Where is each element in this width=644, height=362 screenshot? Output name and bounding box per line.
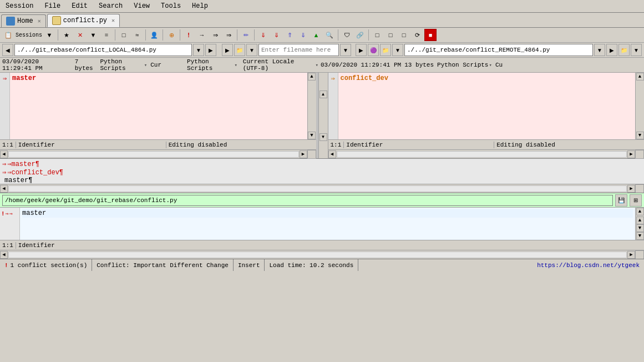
toolbar-btn-arrow-r3[interactable]: ⇒	[222, 29, 235, 41]
conflict-hscroll-left[interactable]: ◀	[0, 185, 8, 193]
menu-file[interactable]: File	[41, 1, 64, 11]
toolbar-btn-square[interactable]: □	[118, 29, 130, 41]
filepath-left-input[interactable]	[14, 44, 192, 56]
filepath-center-dropdown[interactable]: ▼	[340, 44, 351, 56]
toolbar-btn-star[interactable]: ★	[60, 29, 73, 41]
center-btn-up[interactable]: ▲	[320, 90, 327, 98]
menu-session[interactable]: Session	[2, 1, 37, 11]
toolbar-btn-box2[interactable]: □	[384, 29, 397, 41]
left-vscrollbar[interactable]: ▲ ▼	[307, 73, 316, 139]
merge-expand-btn[interactable]: ⊞	[630, 194, 642, 207]
toolbar-btn-sessions[interactable]: 📋	[2, 29, 14, 41]
toolbar-btn-up-arr[interactable]: ⇑	[283, 29, 296, 41]
right-hscrollbar[interactable]: ◀ ▶	[328, 149, 645, 158]
url-label: https://blog.csdn.net/ytgeek	[537, 262, 640, 269]
toolbar-btn-approx[interactable]: ≈	[131, 29, 143, 41]
right-hscroll-left[interactable]: ◀	[328, 150, 336, 158]
toolbar-btn-cross[interactable]: ✕	[74, 29, 86, 41]
right-scroll-down[interactable]: ▼	[636, 132, 644, 139]
toolbar-btn-arrow-r1[interactable]: →	[196, 29, 208, 41]
filepath-right-input[interactable]	[404, 44, 593, 56]
filepath-right-next[interactable]: ▶	[606, 44, 617, 56]
left-scroll-down[interactable]: ▼	[308, 132, 316, 139]
filepath-right-dropdown2[interactable]: ▼	[392, 44, 403, 56]
left-scroll-up[interactable]: ▲	[308, 73, 316, 81]
menu-tools[interactable]: Tools	[158, 1, 184, 11]
right-size: 13 bytes	[404, 62, 434, 68]
sep-3	[145, 29, 146, 41]
filepath-center-btn3[interactable]: ▼	[246, 44, 257, 56]
filepath-left-prev[interactable]: ◀	[2, 44, 13, 56]
toolbar-btn-circle-plus[interactable]: ⊕	[165, 29, 178, 41]
merge-scroll-down[interactable]: ▼	[636, 232, 644, 240]
left-hscroll-left[interactable]: ◀	[0, 150, 8, 158]
merge-hscroll-left[interactable]: ◀	[0, 251, 8, 259]
sep-4	[163, 29, 163, 41]
toolbar-btn-down[interactable]: ▼	[87, 29, 99, 41]
left-syntax-dropdown[interactable]: Python Scripts ▾	[100, 58, 147, 72]
toolbar-btn-exclaim[interactable]: !	[182, 29, 195, 41]
filepath-center-btn4[interactable]: ▶	[356, 44, 367, 56]
tab-conflict[interactable]: conflict.py ✕	[47, 14, 120, 27]
tab-conflict-close[interactable]: ✕	[111, 17, 115, 24]
left-corner	[307, 150, 316, 159]
filepath-center-input[interactable]	[258, 44, 339, 56]
merge-hscroll-right[interactable]: ▶	[627, 251, 635, 259]
right-diff-content-wrapper: ⇒ conflict_dev ▲ ▼	[328, 73, 645, 139]
toolbar-btn-down-arr3[interactable]: ⇓	[297, 29, 309, 41]
toolbar-btn-arrow-r2[interactable]: ⇒	[209, 29, 221, 41]
toolbar-btn-person[interactable]: 👤	[148, 29, 160, 41]
toolbar-btn-pencil[interactable]: ✏	[240, 29, 252, 41]
filepath-left-dropdown[interactable]: ▼	[193, 44, 204, 56]
toolbar-btn-equals[interactable]: =	[100, 29, 113, 41]
left-hscrollbar[interactable]: ◀ ▶	[0, 149, 316, 158]
toolbar-btn-down-arr1[interactable]: ⇓	[257, 29, 269, 41]
merge-scroll-small2[interactable]: ▼	[636, 224, 644, 232]
filepath-left-next[interactable]: ▶	[205, 44, 216, 56]
conflict-hscroll-right[interactable]: ▶	[627, 185, 635, 193]
filepath-right-prev[interactable]: 🟣	[368, 44, 379, 56]
merge-scroll-small1[interactable]: ▲	[636, 217, 644, 224]
toolbar-btn-stop[interactable]: ■	[424, 29, 437, 41]
filepath-right-btn3[interactable]: ▼	[631, 44, 642, 56]
filepath-right-folder[interactable]: 📁	[380, 44, 391, 56]
toolbar-btn-refresh[interactable]: ⟳	[411, 29, 423, 41]
merge-path-input[interactable]	[2, 195, 613, 206]
filepath-center-btn1[interactable]: ▶	[222, 44, 233, 56]
merge-save-btn[interactable]: 💾	[615, 194, 627, 207]
conflict-text1: ⇒master¶	[7, 160, 39, 168]
filepath-center-btn2[interactable]: 📁	[234, 44, 245, 56]
filepath-right-dropdown[interactable]: ▼	[594, 44, 605, 56]
tab-home-close[interactable]: ✕	[38, 18, 41, 24]
tab-home[interactable]: Home ✕	[1, 14, 46, 27]
center-btn-down[interactable]: ▼	[320, 133, 327, 141]
right-syntax-dropdown[interactable]: Python Scripts ▾	[437, 62, 492, 68]
menu-help[interactable]: Help	[189, 1, 211, 11]
toolbar-btn-box3[interactable]: □	[398, 29, 410, 41]
toolbar-btn-down-arr2[interactable]: ⇓	[270, 29, 282, 41]
left-diff-content[interactable]: master	[10, 73, 307, 139]
right-vscrollbar[interactable]: ▲ ▼	[635, 73, 644, 139]
filepath-right-btn2[interactable]: 📁	[618, 44, 630, 56]
menu-edit[interactable]: Edit	[68, 1, 91, 11]
merge-text-content[interactable]: master	[20, 208, 635, 240]
toolbar-btn-link[interactable]: 🔗	[354, 29, 366, 41]
toolbar-btn-up-arr2[interactable]: ▲	[310, 29, 322, 41]
toolbar-btn-box1[interactable]: □	[371, 29, 383, 41]
right-scroll-up[interactable]: ▲	[636, 73, 644, 81]
conflict-list-content[interactable]: ⇒ ⇒master¶ ⇒ ⇒conflict_dev¶ master¶	[0, 159, 644, 185]
filepath-bar: ◀ ▼ ▶ ▶ 📁 ▼ ▼ ▶ 🟣 📁 ▼ ▼ ▶ 📁 ▼	[0, 43, 644, 58]
merge-hscrollbar[interactable]: ◀ ▶	[0, 250, 644, 259]
right-diff-content[interactable]: conflict_dev	[338, 73, 636, 139]
toolbar-btn-shield[interactable]: 🛡	[341, 29, 353, 41]
conflict-hscrollbar[interactable]: ◀ ▶	[0, 184, 644, 193]
menu-view[interactable]: View	[130, 1, 153, 11]
toolbar-btn-sessions-dropdown[interactable]: ▼	[43, 29, 55, 41]
right-hscroll-right[interactable]: ▶	[627, 150, 635, 158]
menu-search[interactable]: Search	[95, 1, 126, 11]
toolbar-btn-search[interactable]: 🔍	[323, 29, 336, 41]
left-pane-status: 1:1 Identifier Editing disabled	[0, 139, 316, 149]
left-hscroll-right[interactable]: ▶	[300, 150, 307, 158]
merge-scroll-up[interactable]: ▲	[636, 208, 644, 215]
merge-vscrollbar[interactable]: ▲ ▲ ▼ ▼	[635, 208, 644, 240]
